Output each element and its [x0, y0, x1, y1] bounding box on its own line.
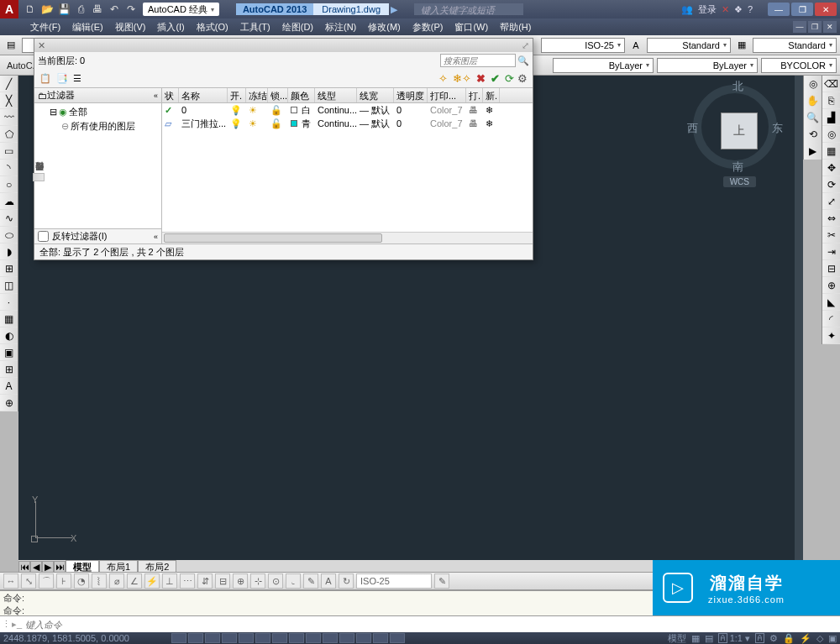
- line-icon[interactable]: ╱: [0, 76, 18, 92]
- redo-icon[interactable]: ↷: [124, 3, 138, 16]
- sc-toggle[interactable]: [373, 633, 388, 643]
- dim-text-edit-icon[interactable]: A: [321, 573, 336, 589]
- settings-icon[interactable]: ⚙: [517, 72, 528, 85]
- table-icon[interactable]: ⊞: [0, 361, 18, 378]
- freeze-icon[interactable]: ☀: [246, 105, 268, 116]
- isolate-objects-icon[interactable]: ◇: [816, 633, 823, 644]
- dim-linear-icon[interactable]: ↔: [3, 573, 18, 589]
- scale-icon[interactable]: ⤢: [822, 193, 840, 210]
- snap-toggle[interactable]: [171, 633, 186, 643]
- lock-icon[interactable]: 🔓: [268, 105, 288, 116]
- tree-used-node[interactable]: ⊖所有使用的图层: [38, 119, 158, 134]
- freeze-icon[interactable]: ☀: [246, 118, 268, 129]
- text-style-dropdown[interactable]: Standard: [647, 38, 731, 53]
- insert-block-icon[interactable]: ⊞: [0, 260, 18, 277]
- viewcube-north[interactable]: 北: [732, 79, 743, 94]
- color-cell[interactable]: 白: [288, 104, 315, 117]
- filter-tree[interactable]: ⊟◉全部 ⊖所有使用的图层: [34, 103, 161, 228]
- ellipse-icon[interactable]: ⬭: [0, 227, 18, 243]
- menu-tools[interactable]: 工具(T): [235, 19, 276, 35]
- dim-style-dropdown[interactable]: ISO-25: [541, 38, 625, 53]
- construction-line-icon[interactable]: ╳: [0, 92, 18, 109]
- plot-icon[interactable]: 🖶: [466, 118, 483, 128]
- rotate-icon[interactable]: ⟳: [822, 176, 840, 193]
- layer-name[interactable]: 0: [179, 105, 228, 115]
- refresh-icon[interactable]: ⟳: [505, 72, 514, 85]
- layer-name[interactable]: 三门推拉...: [179, 118, 228, 130]
- polyline-icon[interactable]: 〰: [0, 109, 18, 126]
- qp-toggle[interactable]: [356, 633, 371, 643]
- revision-cloud-icon[interactable]: ☁: [0, 193, 18, 210]
- menu-draw[interactable]: 绘图(D): [277, 19, 318, 35]
- layer-search-input[interactable]: [440, 54, 516, 67]
- new-layer-icon[interactable]: ✧: [438, 72, 448, 85]
- menu-window[interactable]: 窗口(W): [449, 19, 493, 35]
- point-icon[interactable]: ·: [0, 294, 18, 311]
- spline-icon[interactable]: ∿: [0, 210, 18, 227]
- tpy-toggle[interactable]: [339, 633, 354, 643]
- layer-states-manager-icon[interactable]: ☰: [73, 73, 81, 84]
- lock-icon[interactable]: 🔓: [268, 118, 288, 129]
- zoom-extents-icon[interactable]: 🔍: [804, 109, 822, 126]
- color-dropdown[interactable]: ByLayer: [553, 58, 654, 73]
- dim-continue-icon[interactable]: ⋯: [180, 573, 195, 589]
- layer-row[interactable]: ▱ 三门推拉... 💡 ☀ 🔓 青 Continu... — 默认 0 Colo…: [162, 117, 533, 130]
- doc-restore-button[interactable]: ❐: [808, 21, 822, 33]
- save-icon[interactable]: 💾: [57, 3, 71, 16]
- viewcube-east[interactable]: 东: [772, 121, 783, 136]
- plot-icon[interactable]: 🖶: [91, 3, 104, 16]
- ltype-cell[interactable]: Continu...: [315, 105, 357, 115]
- polygon-icon[interactable]: ⬠: [0, 126, 18, 143]
- ellipse-arc-icon[interactable]: ◗: [0, 243, 18, 260]
- menu-modify[interactable]: 修改(M): [363, 19, 406, 35]
- chamfer-icon[interactable]: ◣: [822, 294, 840, 311]
- dialog-side-title[interactable]: 图层特性管理器: [33, 173, 45, 181]
- dim-jogged-icon[interactable]: ⦚: [92, 573, 107, 589]
- menu-file[interactable]: 文件(F): [25, 19, 66, 35]
- viewcube-top[interactable]: 上: [721, 113, 758, 149]
- offset-icon[interactable]: ◎: [822, 126, 840, 143]
- new-layer-vp-frozen-icon[interactable]: ❄✧: [453, 72, 471, 85]
- command-handle-icon[interactable]: ⋮: [0, 619, 12, 630]
- app-logo[interactable]: A: [0, 0, 18, 18]
- rectangle-icon[interactable]: ▭: [0, 143, 18, 160]
- layer-row[interactable]: ✓ 0 💡 ☀ 🔓 白 Continu... — 默认 0 Color_7 🖶 …: [162, 103, 533, 117]
- dim-ordinate-icon[interactable]: ⊦: [56, 573, 71, 589]
- on-icon[interactable]: 💡: [228, 118, 246, 129]
- model-space-label[interactable]: 模型: [668, 632, 686, 645]
- make-block-icon[interactable]: ◫: [0, 277, 18, 294]
- mirror-icon[interactable]: ▟: [822, 109, 840, 126]
- 3dosnap-toggle[interactable]: [255, 633, 270, 643]
- workspace-switch-icon[interactable]: ⚙: [769, 633, 778, 644]
- lwt-toggle[interactable]: [323, 633, 338, 643]
- extend-icon[interactable]: ⇥: [822, 243, 840, 260]
- plot-icon[interactable]: 🖶: [466, 105, 483, 115]
- newvp-icon[interactable]: ❄: [483, 118, 500, 129]
- circle-icon[interactable]: ○: [0, 176, 18, 193]
- copy-icon[interactable]: ⎘: [822, 92, 840, 109]
- hatch-icon[interactable]: ▦: [0, 311, 18, 327]
- doc-arrow-icon[interactable]: ▶: [391, 4, 397, 15]
- dim-quick-icon[interactable]: ⚡: [144, 573, 160, 589]
- table-style-dropdown[interactable]: Standard: [753, 38, 837, 53]
- region-icon[interactable]: ▣: [0, 344, 18, 361]
- dim-baseline-icon[interactable]: ⊥: [162, 573, 177, 589]
- layer-columns[interactable]: 状 名称 开. 冻结 锁... 颜色 线型 线宽 透明度 打印... 打. 新.: [162, 88, 533, 103]
- signin-label[interactable]: 登录: [698, 3, 717, 16]
- annotation-scale[interactable]: 🄰 1:1 ▾: [718, 633, 750, 644]
- dim-edit-icon[interactable]: ✎: [303, 573, 318, 589]
- help-icon[interactable]: ?: [748, 4, 753, 14]
- dim-aligned-icon[interactable]: ⤡: [21, 573, 36, 589]
- grid-toggle[interactable]: [188, 633, 203, 643]
- dim-style-control-icon[interactable]: ✎: [434, 573, 449, 589]
- trim-icon[interactable]: ✂: [822, 227, 840, 243]
- center-mark-icon[interactable]: ⊹: [250, 573, 265, 589]
- workspace-dropdown[interactable]: AutoCAD 经典: [143, 3, 219, 16]
- gradient-icon[interactable]: ◐: [0, 327, 18, 344]
- dyn-toggle[interactable]: [306, 633, 321, 643]
- dim-arc-icon[interactable]: ⌒: [39, 573, 54, 589]
- help-search[interactable]: 键入关键字或短语: [414, 3, 523, 15]
- explode-icon[interactable]: ✦: [822, 327, 840, 344]
- saveas-icon[interactable]: ⎙: [74, 3, 87, 16]
- status-grid-icon[interactable]: ▦: [691, 633, 700, 644]
